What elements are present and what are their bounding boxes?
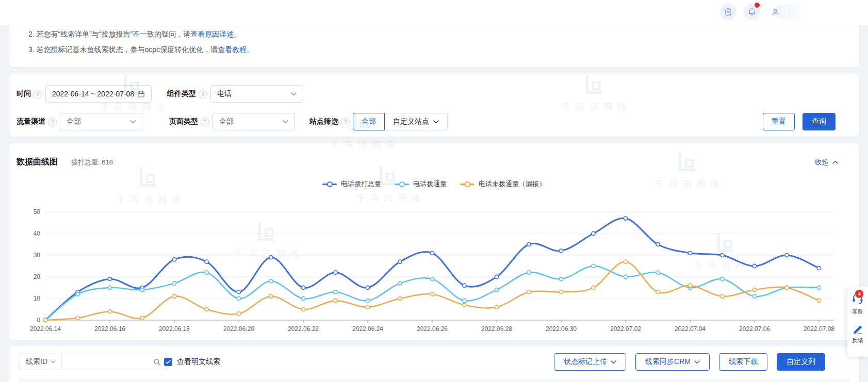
- legend-marker: [322, 181, 337, 187]
- time-filter-label: 时间: [17, 89, 31, 98]
- clue-sync-crm-button[interactable]: 线索同步CRM: [635, 353, 710, 371]
- clipboard-icon[interactable]: [720, 4, 736, 20]
- notice-line-3: 3. 若您想标记基木鱼线索状态，参与ocpc深度转化优化，请查看教程。: [28, 42, 859, 57]
- legend-item-1[interactable]: 电话拨通量: [395, 179, 447, 189]
- data-curve-panel: 数据曲线图 拨打总量: 618 收起 电话拨打总量 电话拨通量 电话未拨通量（漏…: [9, 143, 859, 340]
- svg-text:2022.06.14: 2022.06.14: [30, 325, 61, 333]
- svg-text:2022.07.08: 2022.07.08: [804, 325, 834, 333]
- svg-text:10: 10: [34, 295, 41, 302]
- feedback-button[interactable]: 反馈: [847, 324, 868, 344]
- svg-text:2022.07.04: 2022.07.04: [675, 325, 706, 333]
- svg-text:40: 40: [34, 230, 41, 237]
- site-filter-help-icon[interactable]: ?: [341, 118, 350, 126]
- legend-marker: [460, 181, 474, 187]
- site-filter-group: 全部 自定义站点: [353, 113, 448, 130]
- service-badge: 4: [855, 290, 863, 298]
- traffic-channel-help-icon[interactable]: ?: [48, 118, 57, 126]
- site-filter-custom-button[interactable]: 自定义站点: [385, 113, 448, 130]
- customer-service-button[interactable]: 4 客服: [847, 293, 868, 315]
- svg-text:2022.06.24: 2022.06.24: [352, 325, 383, 333]
- chevron-down-icon: [51, 360, 56, 363]
- custom-columns-button[interactable]: 自定义列: [777, 353, 825, 371]
- chevron-down-icon: [283, 120, 288, 124]
- time-help-icon[interactable]: ?: [34, 90, 42, 98]
- notice-link-tutorial[interactable]: 查看教程: [218, 45, 247, 54]
- check-icon: [166, 360, 171, 364]
- component-type-select[interactable]: 电话: [210, 85, 303, 103]
- clue-download-button[interactable]: 线索下载: [719, 353, 767, 371]
- calendar-icon: [137, 90, 145, 98]
- svg-text:50: 50: [34, 208, 41, 215]
- search-input[interactable]: [67, 357, 153, 367]
- notice-line-2: 2. 若您有“线索详单”与“投放报告”不一致的疑问，请查看原因详述。: [28, 26, 859, 42]
- chevron-down-icon: [291, 92, 297, 96]
- page-type-help-icon[interactable]: ?: [201, 118, 209, 126]
- search-icon[interactable]: [153, 358, 161, 366]
- search-combo: 线索ID: [20, 354, 167, 370]
- top-navigation-bar: [0, 0, 868, 25]
- svg-text:2022.07.02: 2022.07.02: [610, 325, 641, 333]
- plaintext-clue-toggle[interactable]: 查看明文线索: [164, 354, 220, 370]
- status-mark-upload-button[interactable]: 状态标记上传: [554, 353, 626, 371]
- clue-list-panel: 线索ID 查看明文线索 状态标记上传 线索同步CRM 线索下载 自定义列: [9, 346, 859, 382]
- chevron-down-icon: [611, 360, 616, 364]
- bottom-actions: 状态标记上传 线索同步CRM 线索下载 自定义列: [554, 353, 825, 371]
- table-header-strip: [19, 379, 849, 382]
- chevron-down-icon: [694, 360, 700, 364]
- site-filter-label: 站点筛选: [309, 117, 338, 126]
- legend-marker: [395, 181, 409, 187]
- component-type-help-icon[interactable]: ?: [199, 90, 207, 98]
- svg-text:2022.06.26: 2022.06.26: [417, 325, 448, 333]
- svg-text:30: 30: [34, 252, 41, 259]
- query-button[interactable]: 查询: [803, 113, 836, 130]
- svg-text:20: 20: [34, 273, 41, 280]
- page-type-label: 页面类型: [169, 117, 198, 126]
- chart-legend: 电话拨打总量 电话拨通量 电话未拨通量（漏接）: [9, 179, 859, 189]
- legend-item-0[interactable]: 电话拨打总量: [322, 179, 381, 189]
- svg-text:2022.06.30: 2022.06.30: [546, 325, 577, 333]
- chevron-down-icon: [130, 120, 136, 124]
- notification-dot: [755, 3, 760, 8]
- collapse-toggle[interactable]: 收起: [815, 158, 838, 167]
- svg-text:2022.06.20: 2022.06.20: [223, 325, 254, 333]
- floating-helper-bar: 4 客服 反馈: [847, 287, 868, 357]
- chart-title: 数据曲线图: [17, 157, 58, 168]
- traffic-channel-label: 流量渠道: [17, 117, 45, 126]
- clue-id-field-select[interactable]: 线索ID: [20, 354, 62, 370]
- chevron-down-icon: [433, 120, 439, 124]
- svg-text:2022.06.18: 2022.06.18: [159, 325, 190, 333]
- checkbox-checked[interactable]: [164, 358, 172, 366]
- notice-link-reason-detail[interactable]: 查看原因详述: [190, 30, 234, 38]
- user-icon[interactable]: [767, 4, 783, 20]
- page-type-select[interactable]: 全部: [212, 113, 295, 130]
- svg-text:2022.06.16: 2022.06.16: [94, 325, 125, 333]
- chevron-up-icon: [832, 160, 838, 164]
- filter-panel: 时间 ? 2022-06-14 ~ 2022-07-08 组件类型 ? 电话 流…: [9, 74, 859, 137]
- chart-total-count: 拨打总量: 618: [71, 158, 113, 167]
- date-range-picker[interactable]: 2022-06-14 ~ 2022-07-08: [45, 85, 152, 103]
- svg-text:0: 0: [37, 317, 40, 324]
- component-type-label: 组件类型: [167, 89, 196, 98]
- svg-text:2022.06.28: 2022.06.28: [481, 325, 512, 333]
- site-filter-all-button[interactable]: 全部: [353, 113, 385, 130]
- svg-text:2022.06.22: 2022.06.22: [288, 325, 319, 333]
- line-chart[interactable]: 010203040502022.06.142022.06.162022.06.1…: [21, 204, 846, 336]
- legend-item-2[interactable]: 电话未拨通量（漏接）: [460, 179, 546, 189]
- pencil-icon: [852, 324, 863, 335]
- traffic-channel-select[interactable]: 全部: [60, 113, 142, 130]
- svg-text:2022.07.06: 2022.07.06: [739, 325, 770, 333]
- reset-button[interactable]: 重置: [763, 113, 795, 130]
- notice-panel: 2. 若您有“线索详单”与“投放报告”不一致的疑问，请查看原因详述。 3. 若您…: [9, 25, 859, 67]
